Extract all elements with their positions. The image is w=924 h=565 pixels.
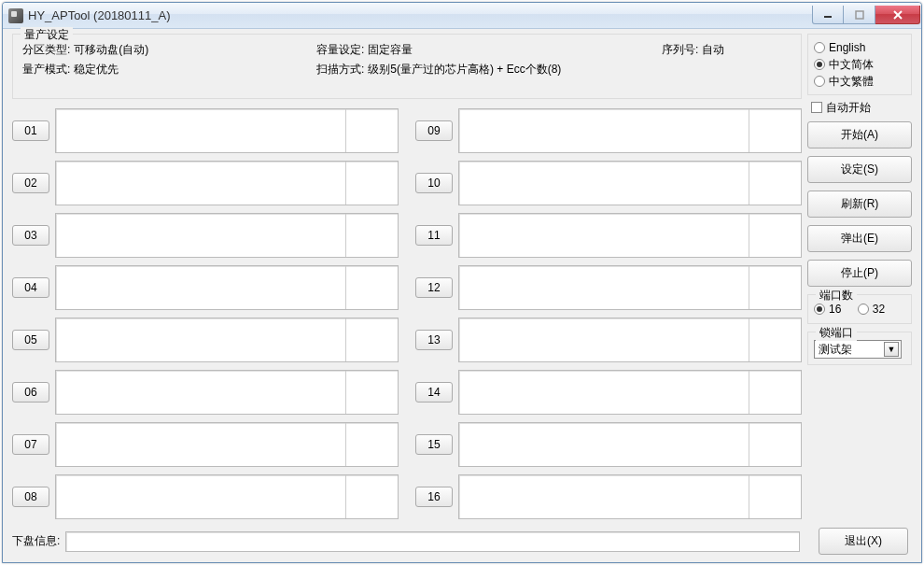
titlebar: HY_APTool (20180111_A) bbox=[3, 3, 921, 29]
port-slot-main bbox=[459, 318, 749, 361]
port-slot-side bbox=[346, 318, 398, 361]
start-button[interactable]: 开始(A) bbox=[807, 121, 912, 148]
port-button-label: 12 bbox=[427, 281, 440, 294]
minimize-button[interactable] bbox=[812, 6, 844, 24]
autostart-checkbox[interactable]: 自动开始 bbox=[811, 99, 912, 116]
port-slot-side bbox=[749, 371, 801, 414]
port-button-02[interactable]: 02 bbox=[12, 173, 49, 193]
port-slot-side bbox=[749, 162, 801, 205]
port-row-16: 16 bbox=[415, 473, 802, 519]
maximize-button[interactable] bbox=[844, 6, 875, 24]
port-slot-side bbox=[346, 162, 398, 205]
serial-value: 自动 bbox=[702, 42, 724, 58]
lock-port-select[interactable]: 测试架 ▼ bbox=[814, 340, 902, 359]
settings-button-label: 设定(S) bbox=[841, 162, 878, 177]
autostart-label: 自动开始 bbox=[826, 100, 871, 116]
port-count-groupbox: 端口数 16 32 bbox=[807, 294, 912, 324]
serial-label: 序列号: bbox=[662, 42, 698, 58]
eject-button-label: 弹出(E) bbox=[841, 231, 878, 247]
port-count-16-label: 16 bbox=[829, 303, 841, 316]
port-grid: 0102030405060708 0910111213141516 bbox=[12, 107, 802, 519]
settings-legend: 量产设定 bbox=[21, 27, 73, 43]
port-button-label: 09 bbox=[427, 124, 440, 137]
port-slot-side bbox=[749, 266, 801, 309]
app-window: HY_APTool (20180111_A) 量产设定 分区类型: 可移动盘(自… bbox=[2, 2, 922, 563]
ports-area: 0102030405060708 0910111213141516 bbox=[12, 107, 802, 519]
radio-icon bbox=[814, 42, 825, 53]
port-count-legend: 端口数 bbox=[816, 288, 857, 304]
port-slot-side bbox=[749, 109, 801, 152]
port-button-label: 13 bbox=[427, 333, 440, 346]
port-slot-main bbox=[459, 475, 749, 518]
port-button-label: 14 bbox=[427, 386, 440, 399]
port-button-label: 16 bbox=[427, 490, 440, 503]
scan-label: 扫描方式: bbox=[316, 62, 364, 78]
port-row-06: 06 bbox=[12, 369, 399, 415]
partition-type-value: 可移动盘(自动) bbox=[74, 42, 148, 58]
client-area: 量产设定 分区类型: 可移动盘(自动) 容量设定: 固定容量 序列号: 自动 量… bbox=[3, 29, 921, 562]
port-row-02: 02 bbox=[12, 160, 399, 205]
exit-button[interactable]: 退出(X) bbox=[819, 528, 908, 555]
refresh-button[interactable]: 刷新(R) bbox=[807, 191, 912, 218]
port-slot-16 bbox=[458, 474, 802, 519]
disk-info-input[interactable] bbox=[65, 531, 800, 552]
close-button[interactable] bbox=[875, 6, 920, 24]
port-button-label: 08 bbox=[24, 490, 36, 503]
port-row-15: 15 bbox=[415, 421, 802, 467]
lang-english[interactable]: English bbox=[814, 39, 905, 56]
port-row-07: 07 bbox=[12, 421, 399, 467]
port-button-05[interactable]: 05 bbox=[12, 330, 49, 350]
port-slot-05 bbox=[55, 318, 399, 362]
port-row-10: 10 bbox=[415, 160, 802, 205]
port-slot-08 bbox=[55, 474, 399, 519]
port-slot-main bbox=[459, 214, 749, 257]
port-button-12[interactable]: 12 bbox=[415, 277, 453, 298]
port-button-label: 01 bbox=[24, 124, 36, 137]
disk-info-label: 下盘信息: bbox=[12, 533, 60, 549]
port-row-08: 08 bbox=[12, 473, 399, 519]
maximize-icon bbox=[855, 10, 864, 20]
capacity-label: 容量设定: bbox=[316, 42, 364, 58]
lock-port-groupbox: 锁端口 测试架 ▼ bbox=[807, 332, 912, 365]
port-count-32[interactable]: 32 bbox=[858, 301, 885, 318]
port-button-06[interactable]: 06 bbox=[12, 382, 49, 403]
port-slot-11 bbox=[458, 213, 802, 258]
right-column: English 中文简体 中文繁體 自动开始 开始(A) 设定(S) 刷新(R)… bbox=[807, 34, 912, 365]
port-button-07[interactable]: 07 bbox=[12, 434, 49, 455]
port-button-03[interactable]: 03 bbox=[12, 225, 49, 246]
port-row-05: 05 bbox=[12, 317, 399, 362]
port-button-08[interactable]: 08 bbox=[12, 487, 49, 507]
lang-traditional-label: 中文繁體 bbox=[829, 74, 874, 90]
port-slot-main bbox=[56, 318, 346, 361]
lang-simplified[interactable]: 中文简体 bbox=[814, 56, 905, 73]
language-box: English 中文简体 中文繁體 bbox=[807, 34, 912, 95]
port-button-label: 06 bbox=[24, 386, 36, 399]
port-button-04[interactable]: 04 bbox=[12, 277, 49, 298]
radio-icon bbox=[858, 304, 869, 315]
settings-button[interactable]: 设定(S) bbox=[807, 156, 912, 183]
port-slot-side bbox=[346, 214, 398, 257]
port-button-10[interactable]: 10 bbox=[415, 173, 453, 193]
port-slot-main bbox=[56, 475, 346, 518]
port-button-label: 10 bbox=[427, 177, 440, 190]
port-row-11: 11 bbox=[415, 212, 802, 258]
port-slot-main bbox=[459, 162, 749, 205]
port-button-09[interactable]: 09 bbox=[415, 120, 453, 141]
port-button-11[interactable]: 11 bbox=[415, 225, 453, 246]
port-row-03: 03 bbox=[12, 212, 399, 258]
port-button-14[interactable]: 14 bbox=[415, 382, 453, 403]
port-button-13[interactable]: 13 bbox=[415, 330, 453, 350]
port-button-label: 11 bbox=[427, 229, 440, 242]
port-button-16[interactable]: 16 bbox=[415, 487, 453, 507]
port-column-right: 0910111213141516 bbox=[415, 107, 802, 519]
port-slot-main bbox=[56, 214, 346, 257]
port-slot-main bbox=[56, 162, 346, 205]
stop-button[interactable]: 停止(P) bbox=[807, 260, 912, 287]
partition-type-cell: 分区类型: 可移动盘(自动) bbox=[22, 42, 316, 58]
port-button-01[interactable]: 01 bbox=[12, 120, 49, 141]
lang-traditional[interactable]: 中文繁體 bbox=[814, 73, 905, 90]
close-icon bbox=[892, 9, 903, 21]
port-slot-main bbox=[56, 423, 346, 466]
eject-button[interactable]: 弹出(E) bbox=[807, 225, 912, 252]
port-button-15[interactable]: 15 bbox=[415, 434, 453, 455]
